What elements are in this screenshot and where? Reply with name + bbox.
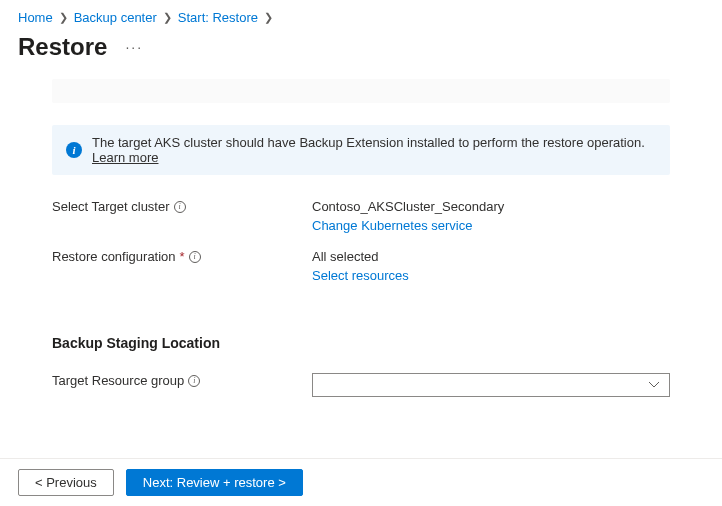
breadcrumb-start-restore[interactable]: Start: Restore bbox=[178, 10, 258, 25]
restore-configuration-label: Restore configuration * i bbox=[52, 249, 312, 264]
spacer-bar bbox=[52, 79, 670, 103]
next-review-restore-button[interactable]: Next: Review + restore > bbox=[126, 469, 303, 496]
breadcrumb-backup-center[interactable]: Backup center bbox=[74, 10, 157, 25]
backup-staging-location-heading: Backup Staging Location bbox=[52, 335, 670, 351]
chevron-right-icon: ❯ bbox=[264, 11, 273, 24]
help-icon[interactable]: i bbox=[174, 201, 186, 213]
more-actions-button[interactable]: ··· bbox=[125, 39, 143, 55]
page-title: Restore bbox=[18, 33, 107, 61]
info-banner: i The target AKS cluster should have Bac… bbox=[52, 125, 670, 175]
target-resource-group-select[interactable] bbox=[312, 373, 670, 397]
footer-bar: < Previous Next: Review + restore > bbox=[0, 458, 722, 506]
restore-configuration-value: All selected bbox=[312, 249, 670, 264]
chevron-down-icon bbox=[649, 382, 659, 388]
select-target-cluster-label: Select Target cluster i bbox=[52, 199, 312, 214]
info-icon: i bbox=[66, 142, 82, 158]
learn-more-link[interactable]: Learn more bbox=[92, 150, 158, 165]
previous-button[interactable]: < Previous bbox=[18, 469, 114, 496]
required-indicator: * bbox=[180, 249, 185, 264]
breadcrumb: Home ❯ Backup center ❯ Start: Restore ❯ bbox=[0, 0, 722, 29]
page-header: Restore ··· bbox=[0, 29, 722, 79]
chevron-right-icon: ❯ bbox=[163, 11, 172, 24]
target-resource-group-label: Target Resource group i bbox=[52, 373, 312, 388]
info-banner-text: The target AKS cluster should have Backu… bbox=[92, 135, 645, 150]
change-kubernetes-service-link[interactable]: Change Kubernetes service bbox=[312, 218, 670, 233]
select-resources-link[interactable]: Select resources bbox=[312, 268, 670, 283]
breadcrumb-home[interactable]: Home bbox=[18, 10, 53, 25]
help-icon[interactable]: i bbox=[189, 251, 201, 263]
chevron-right-icon: ❯ bbox=[59, 11, 68, 24]
target-cluster-value: Contoso_AKSCluster_Secondary bbox=[312, 199, 670, 214]
help-icon[interactable]: i bbox=[188, 375, 200, 387]
